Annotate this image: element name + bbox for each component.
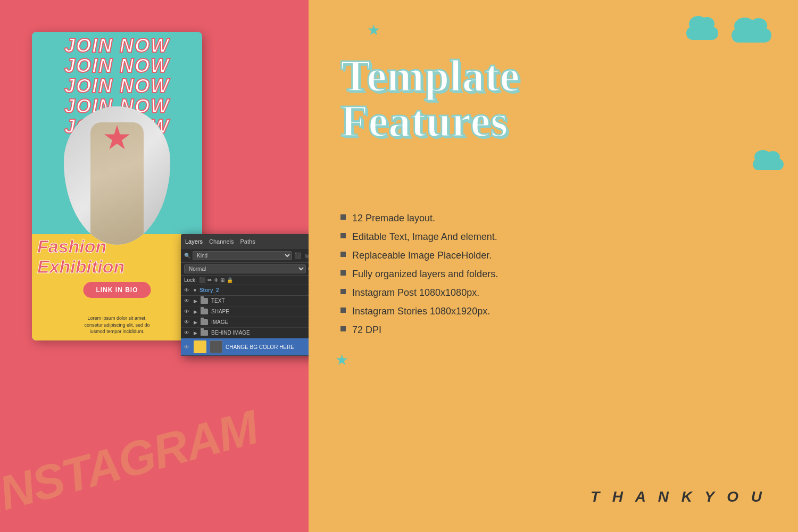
panel-search-row: 🔍 Kind ⬛ ◎ T ▭ 🔒 ● xyxy=(181,249,309,263)
deco-star-1: ★ xyxy=(367,21,380,39)
bullet-2 xyxy=(340,233,346,238)
shape-layer-name: SHAPE xyxy=(211,309,309,314)
bg-color-eye: 👁 xyxy=(184,344,190,350)
image-layer-eye: 👁 xyxy=(184,319,190,325)
bg-color-thumb-mask xyxy=(210,340,222,353)
layers-panel: Layers Channels Paths ≡ 🔍 Kind ⬛ ◎ T ▭ 🔒… xyxy=(181,234,309,356)
template-word: Template xyxy=(340,53,520,98)
link-in-bio-button: LINK IN BIO xyxy=(84,282,151,298)
feature-text-7: 72 DPI xyxy=(352,325,381,336)
feature-text-2: Editable Text, Image And element. xyxy=(352,231,497,243)
behind-image-name: BEHIND IMAGE xyxy=(211,330,309,336)
pixel-icon[interactable]: ⬛ xyxy=(294,252,302,259)
feature-text-4: Fully organized layers and folders. xyxy=(352,269,498,280)
channels-tab[interactable]: Channels xyxy=(209,238,234,245)
shape-layer-arrow[interactable]: ▶ xyxy=(194,309,197,314)
lock-brush-icon: ✏ xyxy=(207,277,212,283)
feature-text-1: 12 Premade layout. xyxy=(352,213,435,224)
shape-folder-icon xyxy=(201,309,208,314)
text-folder-icon xyxy=(201,298,208,304)
cloud-2 xyxy=(729,16,777,43)
left-panel: JOIN NOW JOIN NOW JOIN NOW JOIN NOW JOIN… xyxy=(0,0,309,532)
story2-collapse-icon[interactable]: ▼ xyxy=(193,288,197,293)
story2-group-row[interactable]: 👁 ▼ Story_2 xyxy=(181,285,309,296)
lock-all-icon: 🔒 xyxy=(227,277,233,283)
opacity-label: Opacity: 100% xyxy=(308,266,309,272)
deco-star-2: ★ xyxy=(335,351,348,369)
text-layer-name: TEXT xyxy=(211,298,309,304)
bullet-4 xyxy=(340,270,346,276)
lock-artboard-icon: ⊞ xyxy=(220,277,225,283)
join-row-2: JOIN NOW xyxy=(36,56,198,76)
cloud-1 xyxy=(681,16,724,40)
feature-text-3: Replaceable Image PlaceHolder. xyxy=(352,250,492,261)
bullet-1 xyxy=(340,214,346,220)
bg-color-thumb-yellow xyxy=(194,340,206,353)
cloud-group-top xyxy=(681,16,777,43)
lorem-ipsum-text: Lorem ipsum dolor sit amet, consetur adi… xyxy=(37,315,197,335)
behind-image-eye: 👁 xyxy=(184,330,190,336)
lock-move-icon: ✛ xyxy=(214,277,218,283)
feature-text-5: Instagram Post 1080x1080px. xyxy=(352,287,479,298)
adjustment-icon[interactable]: ◎ xyxy=(305,252,309,259)
feature-item-1: 12 Premade layout. xyxy=(340,213,498,224)
join-row-3: JOIN NOW xyxy=(36,77,198,96)
lock-row: Lock: ⬛ ✏ ✛ ⊞ 🔒 Fill: 100% xyxy=(181,276,309,285)
feature-item-5: Instagram Post 1080x1080px. xyxy=(340,287,498,298)
layers-tab[interactable]: Layers xyxy=(185,238,203,245)
panel-tab-bar: Layers Channels Paths ≡ xyxy=(181,234,309,249)
feature-item-6: Instagram Stories 1080x1920px. xyxy=(340,306,498,317)
thank-you-text: T H A N K Y O U xyxy=(591,488,766,505)
paths-tab[interactable]: Paths xyxy=(240,238,255,245)
layer-row-behind-image[interactable]: 👁 ▶ BEHIND IMAGE xyxy=(181,328,309,338)
cloud-mid-right xyxy=(750,149,787,170)
lock-pixel-icon: ⬛ xyxy=(199,277,205,283)
feature-item-3: Replaceable Image PlaceHolder. xyxy=(340,250,498,261)
poster-card: JOIN NOW JOIN NOW JOIN NOW JOIN NOW JOIN… xyxy=(32,32,202,340)
opacity-row: Opacity: 100% xyxy=(308,266,309,272)
behind-image-arrow[interactable]: ▶ xyxy=(194,330,197,336)
poster-bottom-section: Fashion Exhibition LINK IN BIO Lorem ips… xyxy=(32,234,202,340)
features-list: 12 Premade layout. Editable Text, Image … xyxy=(340,213,498,336)
join-row-1: JOIN NOW xyxy=(36,36,198,55)
feature-text-6: Instagram Stories 1080x1920px. xyxy=(352,306,490,317)
image-layer-name: IMAGE xyxy=(211,319,309,325)
story2-eye-icon: 👁 xyxy=(184,287,190,293)
right-panel: ★ ★ Template Features 12 Premade layout. xyxy=(309,0,798,532)
lock-label: Lock: xyxy=(184,277,197,283)
shape-layer-eye: 👁 xyxy=(184,309,190,314)
panel-filter-icons: ⬛ ◎ T ▭ 🔒 ● xyxy=(294,252,309,259)
text-layer-arrow[interactable]: ▶ xyxy=(194,298,197,304)
feature-item-4: Fully organized layers and folders. xyxy=(340,269,498,280)
image-layer-arrow[interactable]: ▶ xyxy=(194,320,197,325)
bullet-7 xyxy=(340,326,346,331)
bullet-6 xyxy=(340,307,346,313)
text-layer-eye: 👁 xyxy=(184,298,190,304)
bullet-5 xyxy=(340,289,346,294)
instagram-watermark: INSTAGRAM xyxy=(0,400,263,524)
behind-image-folder-icon xyxy=(201,330,208,336)
layer-row-shape[interactable]: 👁 ▶ SHAPE xyxy=(181,306,309,317)
blend-mode-select[interactable]: Normal xyxy=(184,264,306,273)
features-word: Features xyxy=(340,98,520,144)
blend-mode-row: Normal Opacity: 100% xyxy=(181,263,309,276)
feature-item-7: 72 DPI xyxy=(340,325,498,336)
bullet-3 xyxy=(340,252,346,257)
search-icon: 🔍 xyxy=(184,253,190,259)
layer-row-text[interactable]: 👁 ▶ TEXT xyxy=(181,296,309,306)
story2-label: Story_2 xyxy=(200,287,219,293)
layer-row-image[interactable]: 👁 ▶ IMAGE xyxy=(181,317,309,328)
bg-color-name: CHANGE BG COLOR HERE xyxy=(226,344,309,350)
feature-item-2: Editable Text, Image And element. xyxy=(340,231,498,243)
template-title: Template Features xyxy=(340,53,520,144)
image-folder-icon xyxy=(201,319,208,325)
layer-row-bg-color[interactable]: 👁 CHANGE BG COLOR HERE xyxy=(181,338,309,356)
kind-select[interactable]: Kind xyxy=(193,251,292,260)
